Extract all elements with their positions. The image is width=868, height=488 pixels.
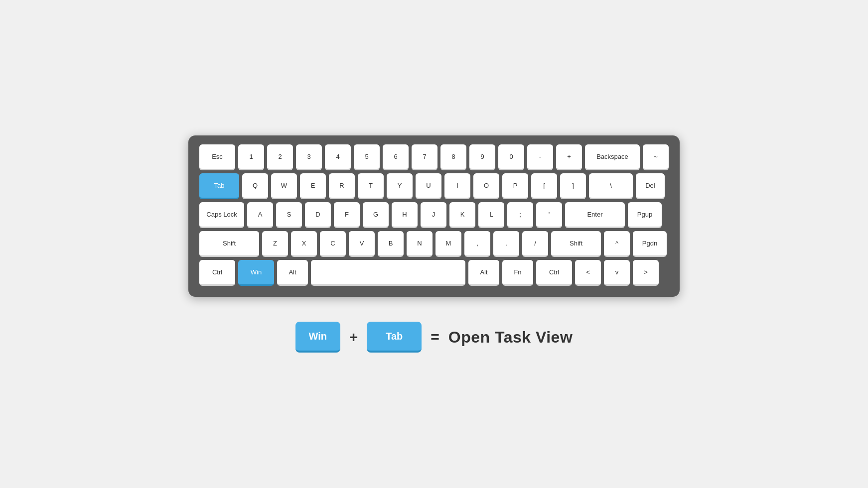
key-enter[interactable]: Enter: [565, 202, 625, 228]
key-tilde[interactable]: ~: [643, 144, 669, 170]
key-f[interactable]: F: [334, 202, 360, 228]
key-k[interactable]: K: [449, 202, 475, 228]
keyboard-row-2: Tab Q W E R T Y U I O P [ ] \ Del: [199, 173, 669, 199]
key-a[interactable]: A: [247, 202, 273, 228]
key-del[interactable]: Del: [636, 173, 665, 199]
key-2[interactable]: 2: [267, 144, 293, 170]
key-t[interactable]: T: [358, 173, 384, 199]
key-space[interactable]: [311, 260, 465, 286]
key-shift-left[interactable]: Shift: [199, 231, 259, 257]
key-comma[interactable]: ,: [464, 231, 490, 257]
key-9[interactable]: 9: [469, 144, 495, 170]
key-capslock[interactable]: Caps Lock: [199, 202, 244, 228]
key-1[interactable]: 1: [238, 144, 264, 170]
key-i[interactable]: I: [444, 173, 470, 199]
key-win[interactable]: Win: [238, 260, 274, 286]
key-backspace[interactable]: Backspace: [585, 144, 640, 170]
key-e[interactable]: E: [300, 173, 326, 199]
key-4[interactable]: 4: [325, 144, 351, 170]
key-arrow-down[interactable]: v: [604, 260, 630, 286]
keyboard-row-5: Ctrl Win Alt Alt Fn Ctrl < v >: [199, 260, 669, 286]
key-v[interactable]: V: [349, 231, 375, 257]
key-6[interactable]: 6: [383, 144, 409, 170]
key-alt-left[interactable]: Alt: [277, 260, 308, 286]
key-shift-right[interactable]: Shift: [551, 231, 601, 257]
key-x[interactable]: X: [291, 231, 317, 257]
key-g[interactable]: G: [363, 202, 389, 228]
shortcut-display: Win + Tab = Open Task View: [295, 322, 573, 353]
shortcut-plus-symbol: +: [349, 329, 358, 346]
key-c[interactable]: C: [320, 231, 346, 257]
shortcut-description: Open Task View: [448, 328, 573, 347]
key-5[interactable]: 5: [354, 144, 380, 170]
key-pgdn[interactable]: Pgdn: [633, 231, 667, 257]
key-j[interactable]: J: [421, 202, 446, 228]
key-h[interactable]: H: [392, 202, 418, 228]
key-minus[interactable]: -: [527, 144, 553, 170]
key-fn[interactable]: Fn: [502, 260, 533, 286]
key-backslash[interactable]: \: [589, 173, 633, 199]
key-tab[interactable]: Tab: [199, 173, 239, 199]
key-caret[interactable]: ^: [604, 231, 630, 257]
key-8[interactable]: 8: [440, 144, 466, 170]
key-l[interactable]: L: [478, 202, 504, 228]
key-arrow-right[interactable]: >: [633, 260, 659, 286]
key-u[interactable]: U: [416, 173, 441, 199]
keyboard-row-3: Caps Lock A S D F G H J K L ; ' Enter Pg…: [199, 202, 669, 228]
key-quote[interactable]: ': [536, 202, 562, 228]
key-s[interactable]: S: [276, 202, 302, 228]
key-lbracket[interactable]: [: [531, 173, 557, 199]
shortcut-tab-key: Tab: [367, 322, 422, 353]
key-7[interactable]: 7: [412, 144, 437, 170]
keyboard-row-4: Shift Z X C V B N M , . / Shift ^ Pgdn: [199, 231, 669, 257]
key-w[interactable]: W: [271, 173, 297, 199]
key-esc[interactable]: Esc: [199, 144, 235, 170]
key-0[interactable]: 0: [498, 144, 524, 170]
key-d[interactable]: D: [305, 202, 331, 228]
key-ctrl-left[interactable]: Ctrl: [199, 260, 235, 286]
key-p[interactable]: P: [502, 173, 528, 199]
key-m[interactable]: M: [435, 231, 461, 257]
key-q[interactable]: Q: [242, 173, 268, 199]
key-y[interactable]: Y: [387, 173, 413, 199]
shortcut-win-key: Win: [295, 322, 340, 353]
key-n[interactable]: N: [407, 231, 433, 257]
key-pgup[interactable]: Pgup: [628, 202, 662, 228]
key-semicolon[interactable]: ;: [507, 202, 533, 228]
key-alt-right[interactable]: Alt: [468, 260, 499, 286]
key-rbracket[interactable]: ]: [560, 173, 586, 199]
key-arrow-left[interactable]: <: [575, 260, 601, 286]
key-z[interactable]: Z: [262, 231, 288, 257]
key-plus[interactable]: +: [556, 144, 582, 170]
key-slash[interactable]: /: [522, 231, 548, 257]
keyboard-row-1: Esc 1 2 3 4 5 6 7 8 9 0 - + Backspace ~: [199, 144, 669, 170]
shortcut-equals-symbol: =: [431, 329, 439, 346]
key-3[interactable]: 3: [296, 144, 322, 170]
key-o[interactable]: O: [473, 173, 499, 199]
key-period[interactable]: .: [493, 231, 519, 257]
key-r[interactable]: R: [329, 173, 355, 199]
key-b[interactable]: B: [378, 231, 404, 257]
keyboard-wrapper: Esc 1 2 3 4 5 6 7 8 9 0 - + Backspace ~ …: [188, 135, 680, 297]
key-ctrl-right[interactable]: Ctrl: [536, 260, 572, 286]
